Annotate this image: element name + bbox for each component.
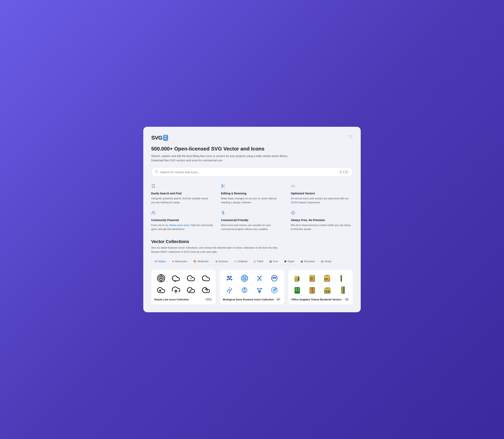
filled-icon: ◉ (253, 260, 256, 263)
svg-line-1 (157, 172, 158, 173)
collection-name: Dazzle Line Icons Collection (154, 298, 189, 301)
logo-badge: REPO (163, 135, 168, 141)
tab-label: Glyph (288, 260, 294, 263)
list-item (199, 285, 213, 295)
share-work-link[interactable]: Share your work (169, 224, 189, 227)
icon-tab-icon: ▦ (269, 260, 272, 263)
tab-icon[interactable]: ▦ Icon (266, 258, 281, 265)
multicolor-icon: 🎨 (193, 260, 196, 263)
feature-free: Always Free, No Premium We don't show pr… (291, 211, 353, 231)
collection-footer: Biological Gene Duotone Icons Collection… (223, 298, 281, 301)
outlined-icon: ◎ (234, 260, 237, 263)
svg-rect-57 (295, 276, 298, 278)
tab-multicolor[interactable]: 🎨 Multicolor (190, 258, 212, 265)
svg-rect-66 (324, 276, 330, 278)
collections-desc: See our latest featured vector collectio… (151, 246, 353, 254)
main-card: SVG REPO ♡ 500.000+ Open-licensed SVG Ve… (143, 127, 361, 312)
search-input[interactable] (160, 171, 336, 174)
hero-title: 500.000+ Open-licensed SVG Vector and Ic… (151, 146, 353, 152)
list-item (169, 273, 183, 283)
list-item (169, 285, 183, 295)
header: SVG REPO ♡ (151, 135, 353, 141)
list-item (184, 273, 198, 283)
tab-label: Icon (273, 260, 278, 263)
tab-rounded[interactable]: ▣ Rounded (298, 258, 318, 265)
list-item (253, 273, 266, 283)
logo-text: SVG (151, 135, 162, 141)
feature-desc: Make basic changes on an icon or vector … (221, 196, 283, 205)
svg-rect-62 (310, 278, 313, 278)
svg-point-12 (160, 278, 162, 279)
svg-point-43 (229, 292, 230, 293)
list-item (336, 285, 350, 295)
office-icons-grid (291, 273, 350, 295)
svg-rect-67 (326, 275, 327, 276)
hero-desc: Search, explore and edit the best-fittin… (151, 154, 353, 163)
feature-desc: We don't show premium content while you … (291, 223, 353, 231)
collections-desc-line1: See our latest featured vector collectio… (151, 246, 278, 249)
tab-duotone[interactable]: ◑ Duotone (212, 258, 231, 265)
list-item (238, 273, 251, 283)
list-item (321, 285, 335, 295)
collection-name: Biological Gene Duotone Icons Collection (223, 298, 274, 301)
svg-point-7 (152, 211, 154, 212)
search-icon (155, 170, 158, 174)
svg-marker-9 (291, 211, 295, 214)
list-item (184, 285, 198, 295)
svg-line-6 (223, 185, 223, 186)
feature-title: Commercial Friendly (221, 219, 283, 222)
svg-rect-75 (295, 288, 299, 291)
svg-rect-61 (310, 276, 314, 277)
svg-rect-85 (325, 291, 327, 292)
svg-rect-86 (328, 291, 329, 292)
collections-desc-line2: Browse 6000+ collections of SVG icons by… (151, 250, 218, 253)
svg-point-3 (222, 187, 223, 188)
svg-rect-76 (295, 292, 299, 293)
tab-all-styles[interactable]: All Styles (151, 258, 169, 265)
collection-footer: Office Supplies Tritone Bordered Vectors… (291, 298, 350, 301)
list-item (238, 285, 251, 295)
tab-label: Monocolor (175, 260, 187, 263)
svg-point-55 (275, 288, 276, 289)
feature-desc: All served icons and vectors are optimiz… (291, 196, 353, 205)
svg-rect-70 (325, 280, 328, 280)
list-item (291, 273, 305, 283)
collection-biological: Biological Gene Duotone Icons Collection… (220, 270, 284, 304)
svg-point-46 (244, 288, 245, 290)
feature-optimized: Optimized Vectors All served icons and v… (291, 184, 353, 205)
svgo-link[interactable]: SVGO (291, 201, 299, 204)
tab-outlined[interactable]: ◎ Outlined (231, 258, 251, 265)
feature-editing: Editing & Remixing Make basic changes on… (221, 184, 283, 205)
logo: SVG REPO (151, 135, 168, 141)
feature-search-find: Easily Search and Find Using ML-powered … (151, 184, 213, 205)
glyph-icon: ⬟ (284, 260, 286, 263)
tab-filled[interactable]: ◉ Filled (251, 258, 266, 265)
monocolor-icon: ● (172, 260, 174, 263)
feature-title: Easily Search and Find (151, 192, 213, 195)
search-bar: ⌘ + K (151, 167, 353, 177)
users-icon (151, 211, 213, 216)
sharp-icon: ▤ (321, 260, 323, 263)
collection-count: 20 (344, 298, 350, 301)
list-item (321, 273, 335, 283)
svg-point-2 (222, 184, 223, 186)
tab-monocolor[interactable]: ● Monocolor (169, 258, 190, 265)
dazzle-icons-grid (154, 273, 213, 295)
svg-rect-64 (310, 280, 312, 280)
list-item (268, 285, 281, 295)
bookmark-icon (151, 184, 213, 189)
tab-glyph[interactable]: ⬟ Glyph (281, 258, 298, 265)
heart-button[interactable]: ♡ (349, 135, 353, 140)
feature-title: Community Powered (151, 219, 213, 222)
rounded-icon: ▣ (301, 260, 303, 263)
features-grid: Easily Search and Find Using ML-powered … (151, 184, 353, 231)
svg-rect-69 (325, 278, 328, 279)
collection-name: Office Supplies Tritone Bordered Vectors (291, 298, 342, 301)
tab-label: Duotone (218, 260, 228, 263)
list-item (306, 273, 320, 283)
list-item (154, 285, 168, 295)
tab-sharp[interactable]: ▤ Sharp (318, 258, 335, 265)
code-icon (291, 184, 353, 189)
collection-count: 20 (276, 298, 281, 301)
svg-point-0 (155, 171, 157, 173)
